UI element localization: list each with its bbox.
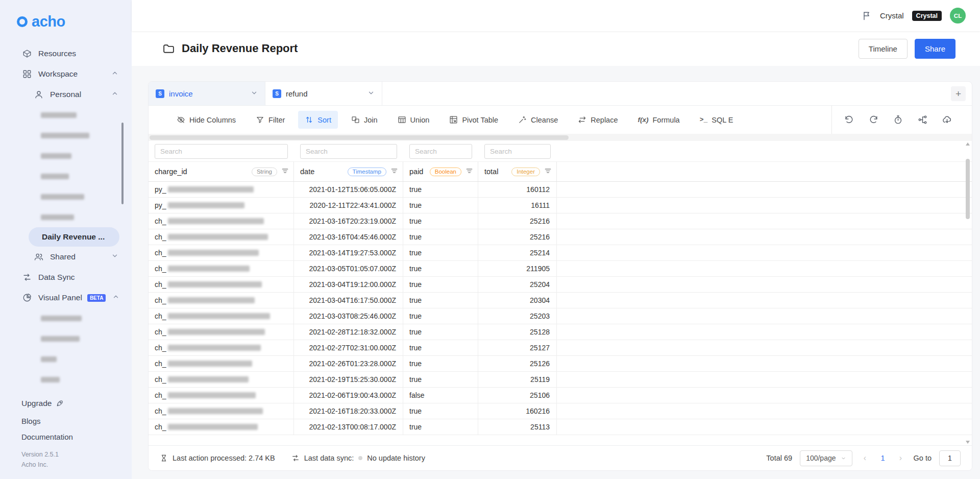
filter-button[interactable]: Filter <box>249 111 291 129</box>
cell-total[interactable]: 25126 <box>478 356 557 371</box>
current-page[interactable]: 1 <box>878 454 888 462</box>
cell-paid[interactable]: true <box>403 261 478 276</box>
sidebar-item-redacted[interactable] <box>0 308 132 328</box>
cell-paid[interactable]: true <box>403 277 478 292</box>
cell-date[interactable]: 2020-12-11T22:43:41.000Z <box>294 198 403 213</box>
cell-charge-id[interactable]: ch_ <box>149 372 294 387</box>
cell-charge-id[interactable]: ch_ <box>149 293 294 308</box>
sidebar-item-daily-revenue[interactable]: Daily Revenue ... <box>29 227 119 247</box>
cell-total[interactable]: 25216 <box>478 213 557 229</box>
sidebar-item-redacted[interactable] <box>0 186 132 207</box>
column-filter-icon[interactable] <box>390 167 398 176</box>
sql-editor-button[interactable]: >_ SQL E <box>693 111 740 129</box>
cell-paid[interactable]: true <box>403 308 478 324</box>
cloud-download-icon[interactable] <box>942 115 952 125</box>
cell-charge-id[interactable]: ch_ <box>149 403 294 419</box>
undo-icon[interactable] <box>844 115 854 125</box>
cell-total[interactable]: 25106 <box>478 388 557 403</box>
tab-invoice[interactable]: S invoice <box>149 82 265 105</box>
cell-charge-id[interactable]: ch_ <box>149 261 294 276</box>
cleanse-button[interactable]: Cleanse <box>511 111 565 129</box>
cell-paid[interactable]: true <box>403 198 478 213</box>
search-input[interactable] <box>155 144 288 159</box>
search-input[interactable] <box>300 144 397 159</box>
sidebar-item-redacted[interactable] <box>0 349 132 369</box>
tab-refund[interactable]: S refund <box>265 82 382 105</box>
sidebar-item-personal[interactable]: Personal <box>0 84 132 105</box>
vertical-scrollbar-thumb[interactable] <box>966 159 970 219</box>
cell-date[interactable]: 2021-01-12T15:06:05.000Z <box>294 182 403 197</box>
cell-date[interactable]: 2021-03-04T16:17:50.000Z <box>294 293 403 308</box>
cell-charge-id[interactable]: py_ <box>149 182 294 197</box>
column-header-date[interactable]: date Timestamp <box>294 162 403 181</box>
cell-total[interactable]: 211905 <box>478 261 557 276</box>
cell-date[interactable]: 2021-03-05T01:05:07.000Z <box>294 261 403 276</box>
avatar[interactable]: CL <box>950 8 966 23</box>
replace-button[interactable]: Replace <box>571 111 624 129</box>
sidebar-item-redacted[interactable] <box>0 369 132 390</box>
cell-charge-id[interactable]: ch_ <box>149 388 294 403</box>
cell-charge-id[interactable]: py_ <box>149 198 294 213</box>
cell-paid[interactable]: true <box>403 372 478 387</box>
column-filter-icon[interactable] <box>281 167 289 176</box>
search-input[interactable] <box>409 144 472 159</box>
cell-total[interactable]: 25216 <box>478 229 557 245</box>
cell-charge-id[interactable]: ch_ <box>149 245 294 260</box>
flow-icon[interactable] <box>918 115 927 125</box>
hide-columns-button[interactable]: Hide Columns <box>170 111 242 129</box>
sidebar-item-resources[interactable]: Resources <box>0 43 132 64</box>
cell-total[interactable]: 20304 <box>478 293 557 308</box>
cell-date[interactable]: 2021-02-26T01:23:28.000Z <box>294 356 403 371</box>
cell-total[interactable]: 160216 <box>478 403 557 419</box>
cell-date[interactable]: 2021-02-27T02:31:00.000Z <box>294 340 403 355</box>
cell-date[interactable]: 2021-02-06T19:00:43.000Z <box>294 388 403 403</box>
cell-charge-id[interactable]: ch_ <box>149 356 294 371</box>
sidebar-item-redacted[interactable] <box>0 166 132 186</box>
timeline-button[interactable]: Timeline <box>859 39 908 59</box>
cell-paid[interactable]: true <box>403 182 478 197</box>
cell-charge-id[interactable]: ch_ <box>149 324 294 340</box>
sidebar-item-redacted[interactable] <box>0 105 132 125</box>
cell-total[interactable]: 25119 <box>478 372 557 387</box>
cell-total[interactable]: 16111 <box>478 198 557 213</box>
cell-total[interactable]: 25128 <box>478 324 557 340</box>
column-filter-icon[interactable] <box>544 167 552 176</box>
cell-charge-id[interactable]: ch_ <box>149 419 294 435</box>
sidebar-item-redacted[interactable] <box>0 207 132 227</box>
sidebar-item-redacted[interactable] <box>0 125 132 146</box>
cell-paid[interactable]: true <box>403 403 478 419</box>
sidebar-scrollbar[interactable] <box>121 123 124 204</box>
timer-icon[interactable] <box>893 115 903 125</box>
column-header-charge-id[interactable]: charge_id String <box>149 162 294 181</box>
cell-date[interactable]: 2021-03-03T08:25:46.000Z <box>294 308 403 324</box>
cell-paid[interactable]: true <box>403 213 478 229</box>
redo-icon[interactable] <box>869 115 878 125</box>
column-filter-icon[interactable] <box>465 167 473 176</box>
sidebar-item-upgrade[interactable]: Upgrade <box>0 394 132 413</box>
cell-date[interactable]: 2021-03-16T04:45:46.000Z <box>294 229 403 245</box>
next-page-button[interactable]: › <box>896 453 906 463</box>
cell-total[interactable]: 25214 <box>478 245 557 260</box>
cell-charge-id[interactable]: ch_ <box>149 308 294 324</box>
cell-total[interactable]: 160112 <box>478 182 557 197</box>
sort-button[interactable]: Sort <box>298 111 338 129</box>
horizontal-scrollbar-thumb[interactable] <box>150 135 569 140</box>
cell-date[interactable]: 2021-03-14T19:27:53.000Z <box>294 245 403 260</box>
cell-paid[interactable]: true <box>403 229 478 245</box>
union-button[interactable]: Union <box>391 111 436 129</box>
scroll-up-arrow[interactable] <box>966 142 970 146</box>
horizontal-scrollbar[interactable] <box>149 134 972 141</box>
cell-date[interactable]: 2021-03-04T19:12:00.000Z <box>294 277 403 292</box>
app-logo[interactable]: acho <box>0 13 132 30</box>
column-header-paid[interactable]: paid Boolean <box>403 162 478 181</box>
sidebar-item-documentation[interactable]: Documentation <box>0 429 132 445</box>
sidebar-item-shared[interactable]: Shared <box>0 247 132 267</box>
flag-icon[interactable] <box>862 11 872 21</box>
pivot-table-button[interactable]: Pivot Table <box>443 111 505 129</box>
cell-total[interactable]: 25204 <box>478 277 557 292</box>
vertical-scrollbar[interactable] <box>964 141 971 445</box>
cell-date[interactable]: 2021-02-28T12:18:32.000Z <box>294 324 403 340</box>
cell-paid[interactable]: true <box>403 419 478 435</box>
cell-charge-id[interactable]: ch_ <box>149 340 294 355</box>
goto-page-input[interactable] <box>939 450 961 466</box>
